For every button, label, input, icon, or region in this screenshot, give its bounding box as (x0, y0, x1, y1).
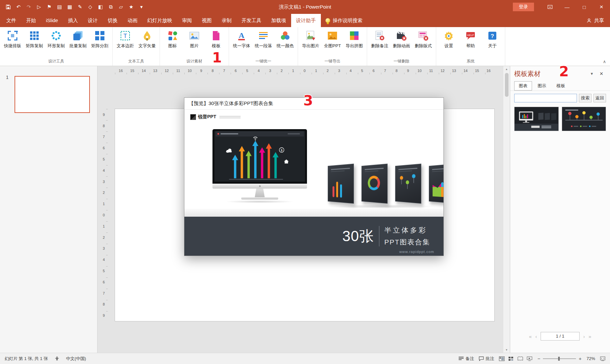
export-puzzle-button[interactable]: 导出拼图 (343, 28, 365, 57)
ribbon-buttons-row: 设置HELP帮助?关于 (438, 28, 503, 57)
panel-tab-charts[interactable]: 图表 (514, 81, 532, 91)
delete-animation-button[interactable]: 删除动画 (391, 28, 412, 57)
back-button[interactable]: 返回 (593, 94, 606, 102)
slideshow-view-icon[interactable] (527, 356, 532, 361)
template-thumbnail-1[interactable] (514, 107, 559, 131)
prev-page-icon[interactable]: ‹ (535, 334, 537, 339)
start-slideshow-icon[interactable]: ▷ (35, 3, 43, 11)
maximize-button[interactable]: □ (576, 0, 593, 14)
tab-design[interactable]: 设计 (83, 14, 103, 27)
save-icon[interactable] (5, 3, 12, 11)
zoom-out-icon[interactable]: − (537, 356, 540, 361)
new-file-icon[interactable]: ▤ (56, 3, 63, 11)
panel-dropdown-icon[interactable]: ▼ (587, 72, 597, 76)
panel-tab-diagrams[interactable]: 图示 (533, 81, 551, 91)
table-icon[interactable]: ▦ (66, 3, 73, 11)
share-button[interactable]: 共享 (587, 18, 604, 24)
ribbon-display-options-button[interactable] (541, 0, 558, 14)
matrix-split-button[interactable]: 矩阵分割 (89, 28, 111, 57)
tab-insert[interactable]: 插入 (63, 14, 83, 27)
tab-design-assistant[interactable]: 设计助手 (291, 14, 321, 27)
pen-icon[interactable]: ✎ (76, 3, 84, 11)
flag-icon[interactable]: ⚑ (46, 3, 53, 11)
ruler-number: 16 (115, 69, 127, 73)
tab-file[interactable]: 文件 (1, 14, 21, 27)
tab-add-ins[interactable]: 加载项 (266, 14, 291, 27)
collapse-ribbon-icon[interactable]: ∧ (603, 59, 606, 64)
zoom-in-icon[interactable]: + (579, 356, 582, 361)
zoom-slider-thumb[interactable] (558, 357, 560, 361)
export-image-button[interactable]: 导出图片 (300, 28, 322, 57)
matrix-copy-button[interactable]: 矩阵复制 (23, 28, 45, 57)
tab-developer[interactable]: 开发工具 (237, 14, 266, 27)
quick-layout-button[interactable]: 快捷排版 (2, 28, 23, 57)
panel-close-icon[interactable]: × (597, 70, 606, 77)
delete-layout-button[interactable]: 删除版式 (412, 28, 434, 57)
settings-button[interactable]: 设置 (438, 28, 460, 57)
tab-view[interactable]: 视图 (197, 14, 217, 27)
template-thumbnails (510, 105, 610, 133)
fit-to-window-icon[interactable] (600, 356, 605, 361)
unify-color-button[interactable]: 统一颜色 (274, 28, 296, 57)
unify-font-button[interactable]: A统一字体 (231, 28, 252, 57)
language-indicator[interactable]: 中文(中国) (66, 356, 86, 362)
ruler-number: 16 (483, 69, 494, 73)
svg-text:HELP: HELP (467, 34, 474, 37)
slide-thumbnail[interactable] (15, 76, 90, 113)
ruler-number: 8 (100, 299, 108, 310)
batch-copy-button[interactable]: 批量复制 (67, 28, 89, 57)
ring-copy-button[interactable]: 环形复制 (45, 28, 67, 57)
tab-slide-show[interactable]: 幻灯片放映 (142, 14, 177, 27)
scrollbar-thumb[interactable] (505, 73, 509, 97)
shape-icon[interactable]: ◇ (87, 3, 94, 11)
ribbon-button-label: 快捷排版 (4, 43, 21, 49)
slide-sorter-view-icon[interactable] (508, 356, 514, 361)
last-page-icon[interactable]: » (589, 334, 591, 339)
accessibility-icon[interactable] (55, 356, 59, 361)
close-button[interactable]: × (593, 0, 610, 14)
undo-icon[interactable]: ↶ (15, 3, 22, 11)
export-fullppt-button[interactable]: 全图PPT (322, 28, 343, 57)
redo-icon[interactable]: ↷ (25, 3, 32, 11)
tab-islide[interactable]: iSlide (41, 14, 63, 27)
unify-paragraph-button[interactable]: 统一段落 (252, 28, 274, 57)
clipboard-icon[interactable]: ⧉ (107, 3, 114, 11)
folder-icon[interactable]: ▱ (117, 3, 125, 11)
normal-view-icon[interactable] (499, 356, 505, 361)
picture-lib-button[interactable]: 图片 (183, 28, 205, 57)
tab-review[interactable]: 审阅 (177, 14, 197, 27)
vertical-scrollbar[interactable]: ▲ ▼ (503, 66, 510, 353)
more-commands-icon[interactable]: ▾ (138, 3, 145, 11)
reading-view-icon[interactable] (517, 356, 523, 361)
text-vector-button[interactable]: 文字矢量 (136, 28, 158, 57)
tab-home[interactable]: 开始 (21, 14, 41, 27)
titlebar-right-controls: 登录 — □ × (513, 0, 610, 14)
next-page-icon[interactable]: › (583, 334, 585, 339)
scroll-down-icon[interactable]: ▼ (505, 347, 508, 353)
ribbon-group-system: 设置HELP帮助?关于系统 (436, 27, 505, 66)
tell-me-search[interactable]: 操作说明搜索 (325, 18, 362, 24)
minimize-button[interactable]: — (558, 0, 576, 14)
comments-button[interactable]: 批注 (479, 356, 494, 362)
text-margin-button[interactable]: T文本边距 (114, 28, 136, 57)
search-button[interactable]: 搜索 (579, 94, 591, 102)
zoom-percentage[interactable]: 72% (587, 356, 595, 361)
scroll-up-icon[interactable]: ▲ (505, 66, 508, 72)
chart-icon[interactable]: ◧ (97, 3, 104, 11)
tab-animations[interactable]: 动画 (123, 14, 142, 27)
help-button[interactable]: HELP帮助 (460, 28, 481, 57)
search-input[interactable] (514, 94, 577, 102)
icon-lib-button[interactable]: 图标 (162, 28, 183, 57)
template-lib-button[interactable]: 模板 (205, 28, 227, 57)
delete-notes-button[interactable]: 删除备注 (369, 28, 391, 57)
zoom-slider[interactable] (543, 358, 576, 359)
first-page-icon[interactable]: « (529, 334, 532, 339)
panel-tab-templates[interactable]: 模板 (552, 81, 570, 91)
login-button[interactable]: 登录 (513, 3, 534, 11)
tab-record[interactable]: 录制 (217, 14, 237, 27)
notes-button[interactable]: 备注 (459, 356, 474, 362)
tab-transitions[interactable]: 切换 (103, 14, 123, 27)
star-icon[interactable]: ★ (128, 3, 135, 11)
template-thumbnail-2[interactable] (562, 107, 606, 131)
about-button[interactable]: ?关于 (481, 28, 503, 57)
